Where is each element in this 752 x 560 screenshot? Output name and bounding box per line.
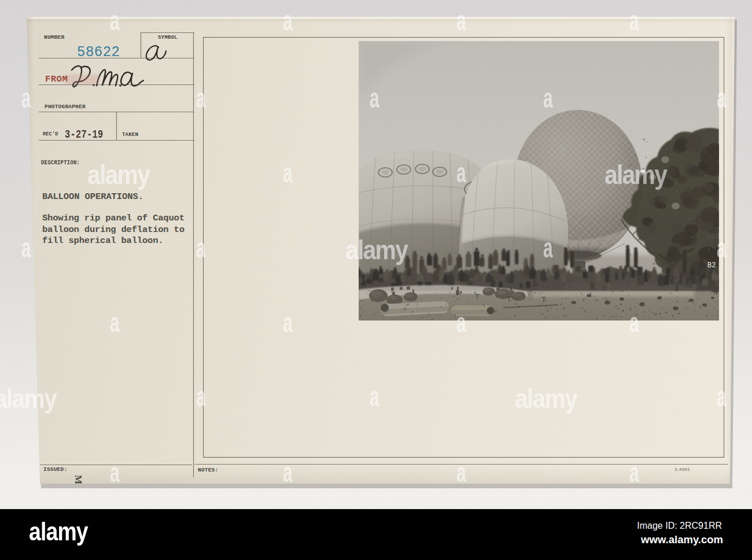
svg-text:B2: B2	[707, 261, 716, 270]
svg-text:M: M	[73, 475, 84, 484]
